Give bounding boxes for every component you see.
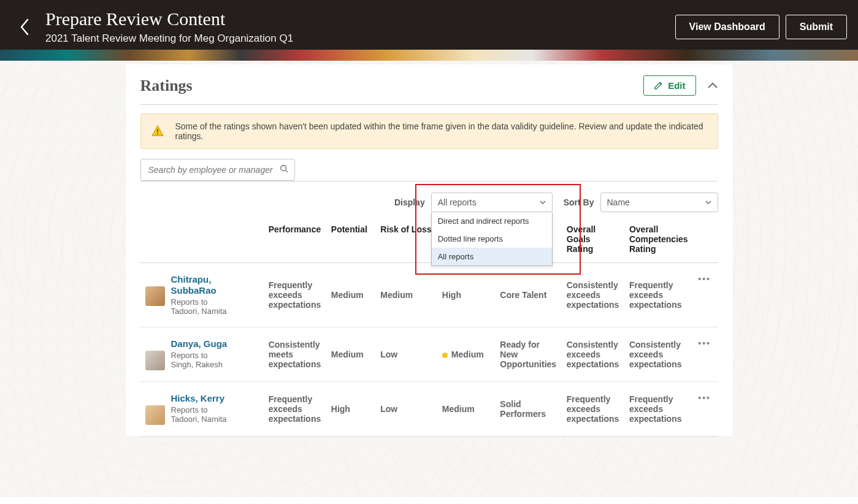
potential-value: High — [326, 382, 375, 437]
search-input[interactable] — [140, 159, 295, 181]
chevron-up-icon — [707, 82, 718, 89]
sort-by-select[interactable]: Name — [600, 193, 718, 212]
potential-value: Medium — [326, 263, 375, 327]
svg-rect-1 — [157, 134, 158, 135]
display-option-dotted-line[interactable]: Dotted line reports — [432, 230, 552, 248]
edit-button-label: Edit — [668, 80, 685, 91]
performance-value: Frequently exceeds expectations — [264, 263, 326, 327]
col-risk-of-loss: Risk of Loss — [375, 220, 437, 263]
svg-point-2 — [280, 166, 286, 171]
display-select[interactable]: All reports Direct and indirect reports … — [431, 193, 553, 212]
employee-name-link[interactable]: Chitrapu, SubbaRao — [171, 274, 259, 296]
avatar — [145, 351, 165, 370]
risk-value: Low — [375, 382, 437, 437]
display-value: All reports — [438, 197, 477, 207]
talent-value: Solid Performers — [495, 382, 561, 437]
warning-banner: Some of the ratings shown haven't been u… — [140, 113, 718, 149]
table-row: Hicks, Kerry Reports toTadoori, Namita F… — [140, 382, 718, 437]
goals-value: Consistently exceeds expectations — [562, 327, 624, 382]
impact-value: Medium — [437, 382, 496, 437]
warning-icon — [151, 124, 164, 138]
row-actions-button[interactable]: ••• — [698, 274, 711, 284]
col-overall-competencies: Overall Competencies Rating — [624, 220, 693, 263]
back-button[interactable] — [11, 13, 38, 40]
risk-value: Medium — [375, 263, 437, 327]
svg-rect-0 — [157, 129, 158, 132]
collapse-button[interactable] — [707, 80, 718, 91]
decorative-banner — [0, 50, 858, 61]
display-option-direct-indirect[interactable]: Direct and indirect reports — [432, 212, 552, 230]
employee-name-link[interactable]: Danya, Guga — [171, 338, 228, 349]
col-overall-goals: Overall Goals Rating — [562, 220, 624, 263]
reports-to-label: Reports to — [171, 297, 208, 307]
search-icon — [280, 164, 288, 175]
ratings-table: Performance Potential Risk of Loss Impac… — [140, 220, 718, 437]
sort-by-value: Name — [607, 197, 630, 207]
chevron-down-icon — [540, 198, 546, 207]
display-label: Display — [394, 197, 425, 207]
edit-button[interactable]: Edit — [643, 75, 695, 96]
table-row: Chitrapu, SubbaRao Reports toTadoori, Na… — [140, 263, 718, 327]
avatar — [145, 286, 165, 306]
col-potential: Potential — [326, 220, 375, 263]
competencies-value: Frequently exceeds expectations — [624, 382, 693, 437]
filter-row: Display All reports Direct and indirect … — [140, 193, 718, 220]
back-chevron-icon — [19, 18, 30, 36]
goals-value: Consistently exceeds expectations — [562, 263, 624, 327]
indicator-dot-icon — [442, 353, 448, 358]
chevron-down-icon — [705, 198, 711, 207]
row-actions-button[interactable]: ••• — [698, 338, 711, 348]
talent-value: Core Talent — [495, 263, 561, 327]
table-header-row: Performance Potential Risk of Loss Impac… — [140, 220, 718, 263]
talent-value: Ready for New Opportunities — [495, 327, 561, 382]
risk-value: Low — [375, 327, 437, 382]
avatar — [145, 405, 165, 425]
section-title: Ratings — [140, 77, 193, 95]
ratings-card: Ratings Edit Some of the ratings shown h… — [126, 64, 733, 437]
display-dropdown: Direct and indirect reports Dotted line … — [431, 212, 553, 266]
performance-value: Frequently exceeds expectations — [264, 382, 326, 437]
manager-name: Singh, Rakesh — [171, 360, 223, 369]
performance-value: Consistently meets expectations — [264, 327, 326, 382]
employee-name-link[interactable]: Hicks, Kerry — [171, 393, 227, 404]
page-title: Prepare Review Content — [45, 9, 669, 29]
potential-value: Medium — [326, 327, 375, 382]
reports-to-label: Reports to — [171, 351, 208, 360]
page-subtitle: 2021 Talent Review Meeting for Meg Organ… — [45, 32, 669, 45]
row-actions-button[interactable]: ••• — [698, 393, 711, 403]
competencies-value: Frequently exceeds expectations — [624, 263, 693, 327]
sort-by-label: Sort By — [564, 197, 594, 207]
manager-name: Tadoori, Namita — [171, 414, 227, 424]
reports-to-label: Reports to — [171, 405, 208, 414]
view-dashboard-button[interactable]: View Dashboard — [675, 15, 779, 39]
table-row: Danya, Guga Reports toSingh, Rakesh Cons… — [140, 327, 718, 382]
app-header: Prepare Review Content 2021 Talent Revie… — [0, 0, 858, 50]
competencies-value: Consistently exceeds expectations — [624, 327, 693, 382]
impact-value: Medium — [437, 327, 496, 382]
manager-name: Tadoori, Namita — [171, 307, 227, 316]
display-option-all-reports[interactable]: All reports — [432, 248, 552, 265]
search-field[interactable] — [147, 164, 280, 175]
pencil-icon — [654, 81, 663, 90]
impact-value: High — [437, 263, 496, 327]
warning-text: Some of the ratings shown haven't been u… — [175, 121, 708, 141]
col-performance: Performance — [264, 220, 326, 263]
submit-button[interactable]: Submit — [786, 15, 847, 39]
goals-value: Frequently exceeds expectations — [562, 382, 624, 437]
